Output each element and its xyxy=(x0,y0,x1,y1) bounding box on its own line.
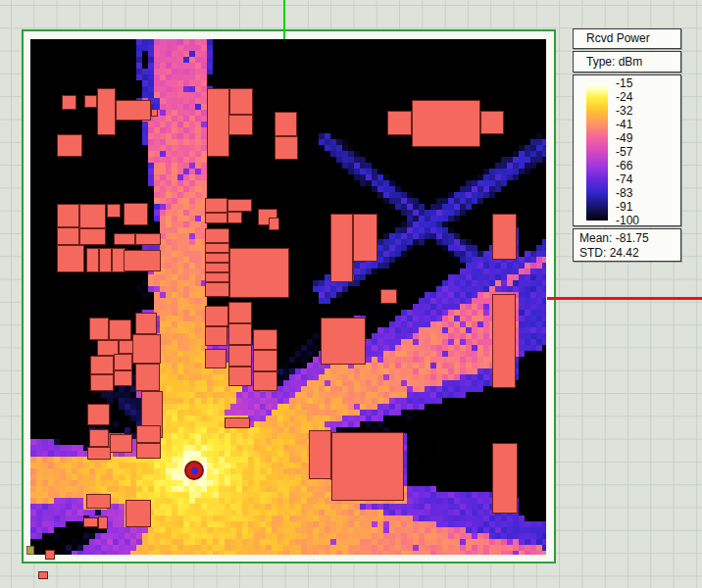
building[interactable] xyxy=(387,111,412,135)
scale-tick-label: -57 xyxy=(616,145,639,159)
building[interactable] xyxy=(205,243,229,253)
legend-title: Rcvd Power xyxy=(573,28,681,49)
building[interactable] xyxy=(57,204,79,227)
building[interactable] xyxy=(205,228,229,243)
building[interactable] xyxy=(45,550,55,560)
scale-tick-label: -100 xyxy=(616,214,639,227)
building[interactable] xyxy=(62,95,76,110)
building[interactable] xyxy=(90,356,114,374)
legend-panel: Rcvd Power Type: dBm -15-24-32-41-49-57-… xyxy=(573,28,681,264)
scale-tick-label: -49 xyxy=(616,131,639,145)
building[interactable] xyxy=(492,443,518,514)
building[interactable] xyxy=(114,370,132,386)
scale-tick-label: -83 xyxy=(616,186,639,200)
building[interactable] xyxy=(135,364,160,391)
building[interactable] xyxy=(228,115,253,135)
scale-tick-label: -74 xyxy=(616,172,639,186)
building[interactable] xyxy=(90,374,114,391)
building[interactable] xyxy=(38,571,48,579)
building[interactable] xyxy=(205,198,227,213)
building[interactable] xyxy=(205,253,229,263)
building[interactable] xyxy=(309,430,331,479)
building[interactable] xyxy=(97,88,116,135)
building[interactable] xyxy=(253,371,277,391)
building[interactable] xyxy=(205,282,229,297)
building[interactable] xyxy=(107,204,121,218)
building[interactable] xyxy=(124,203,148,225)
building[interactable] xyxy=(207,88,229,157)
building[interactable] xyxy=(253,329,277,350)
building[interactable] xyxy=(330,214,353,282)
building[interactable] xyxy=(228,323,252,345)
building[interactable] xyxy=(125,500,151,527)
building[interactable] xyxy=(57,245,84,272)
building[interactable] xyxy=(275,136,298,160)
building[interactable] xyxy=(480,111,504,134)
building[interactable] xyxy=(353,214,377,262)
building[interactable] xyxy=(114,233,135,245)
building[interactable] xyxy=(79,204,106,228)
transmitter-center-dot xyxy=(191,467,198,474)
building[interactable] xyxy=(89,429,109,447)
building[interactable] xyxy=(89,318,109,340)
building[interactable] xyxy=(99,248,112,272)
building[interactable] xyxy=(228,345,252,367)
color-scale-gradient xyxy=(586,83,608,220)
color-scale: -15-24-32-41-49-57-66-74-83-91-100 xyxy=(573,74,681,226)
building[interactable] xyxy=(110,434,132,453)
building[interactable] xyxy=(87,447,111,460)
building[interactable] xyxy=(205,326,227,346)
scale-tick-label: -41 xyxy=(616,118,639,131)
building[interactable] xyxy=(227,199,252,212)
building[interactable] xyxy=(412,100,480,147)
workspace[interactable]: { "workspace": { "background_color": "#d… xyxy=(0,0,702,588)
building[interactable] xyxy=(84,95,97,108)
building[interactable] xyxy=(57,227,79,245)
building[interactable] xyxy=(225,417,250,428)
building[interactable] xyxy=(229,88,253,115)
building[interactable] xyxy=(253,350,277,371)
building[interactable] xyxy=(269,218,279,230)
legend-stats: Mean: -81.75 STD: 24.42 xyxy=(573,228,681,262)
building[interactable] xyxy=(205,272,229,282)
color-scale-ticks: -15-24-32-41-49-57-66-74-83-91-100 xyxy=(616,76,639,227)
building[interactable] xyxy=(135,233,161,245)
building[interactable] xyxy=(492,294,516,388)
building[interactable] xyxy=(205,263,229,272)
transmitter-marker[interactable] xyxy=(184,461,204,480)
coverage-map[interactable] xyxy=(30,39,546,555)
building[interactable] xyxy=(227,212,242,223)
scale-tick-label: -91 xyxy=(616,200,639,214)
building[interactable] xyxy=(116,100,151,121)
building[interactable] xyxy=(380,289,397,304)
building[interactable] xyxy=(57,134,82,157)
building[interactable] xyxy=(321,318,366,365)
building[interactable] xyxy=(492,214,517,260)
selection-handle[interactable] xyxy=(26,546,34,555)
scale-tick-label: -15 xyxy=(616,76,639,90)
building[interactable] xyxy=(205,213,227,223)
building[interactable] xyxy=(228,367,252,386)
building[interactable] xyxy=(275,112,297,136)
building[interactable] xyxy=(109,319,131,340)
building[interactable] xyxy=(136,425,161,443)
building[interactable] xyxy=(114,354,132,370)
building[interactable] xyxy=(83,517,98,527)
building[interactable] xyxy=(87,404,110,425)
building[interactable] xyxy=(86,248,99,272)
building[interactable] xyxy=(151,109,158,117)
building[interactable] xyxy=(229,248,289,298)
vertical-guide-line xyxy=(283,0,285,39)
building[interactable] xyxy=(135,313,157,334)
building[interactable] xyxy=(98,516,108,529)
building[interactable] xyxy=(331,432,404,501)
building[interactable] xyxy=(228,302,252,323)
building[interactable] xyxy=(205,349,226,368)
building[interactable] xyxy=(124,250,161,271)
building[interactable] xyxy=(205,306,228,326)
building[interactable] xyxy=(79,228,106,245)
building[interactable] xyxy=(136,443,161,459)
building[interactable] xyxy=(86,494,111,509)
mean-value: Mean: -81.75 xyxy=(579,231,680,246)
building[interactable] xyxy=(132,334,161,364)
